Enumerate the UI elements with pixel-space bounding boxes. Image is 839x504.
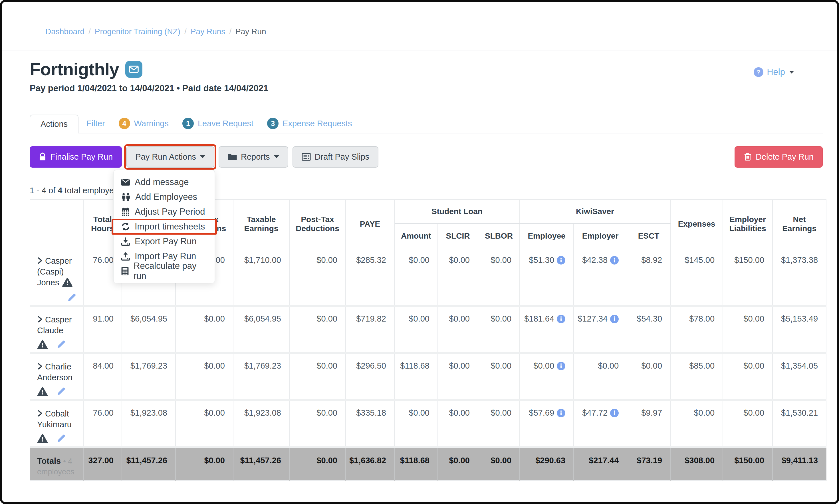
menu-item-adjust-pay-period[interactable]: Adjust Pay Period	[114, 204, 215, 219]
add-employees-icon	[121, 193, 131, 201]
menu-item-label: Adjust Pay Period	[135, 207, 205, 217]
value-cell: $1,923.08	[233, 400, 289, 447]
value-cell: $0.00	[289, 400, 346, 447]
expand-chevron-icon[interactable]	[37, 316, 43, 325]
cell-value: $6,054.95	[131, 314, 167, 323]
breadcrumb-separator: /	[184, 27, 187, 36]
help-link[interactable]: ? Help	[754, 67, 794, 77]
expand-chevron-icon[interactable]	[37, 257, 43, 266]
tab-actions[interactable]: Actions	[30, 114, 79, 133]
info-icon[interactable]	[557, 409, 565, 419]
totals-label: Totals	[37, 456, 61, 466]
info-icon[interactable]	[610, 409, 619, 419]
totals-cell: $308.00	[670, 447, 723, 480]
expand-chevron-icon[interactable]	[37, 363, 43, 372]
cell-value: $1,769.23	[131, 361, 167, 370]
cell-value: $51.30	[529, 255, 554, 265]
pay-run-actions-menu: Add message Add Employees Adjust Pay Per…	[113, 170, 215, 283]
pay-run-actions-button[interactable]: Pay Run Actions	[126, 146, 214, 168]
reports-button[interactable]: Reports	[219, 146, 288, 168]
tab-leave-request[interactable]: 1 Leave Request	[182, 114, 253, 133]
cell-value: $1,373.38	[781, 255, 818, 265]
svg-text:?: ?	[756, 69, 760, 76]
cell-value: $0.00	[743, 408, 764, 417]
info-icon[interactable]	[610, 315, 619, 325]
menu-item-label: Recalculate pay run	[134, 261, 207, 281]
warnings-count-badge: 4	[119, 118, 130, 129]
value-cell: $0.00	[520, 353, 573, 400]
value-cell: $0.00	[438, 400, 478, 447]
cell-value: $1,354.05	[781, 361, 818, 370]
value-cell: $0.00	[175, 353, 233, 400]
totals-cell: $217.44	[573, 447, 627, 480]
cell-value: $0.00	[204, 361, 225, 370]
value-cell: $0.00	[478, 400, 520, 447]
warning-icon[interactable]	[62, 277, 73, 289]
value-cell: $0.00	[175, 400, 233, 447]
expand-chevron-icon[interactable]	[37, 410, 43, 419]
tab-expense-requests[interactable]: 3 Expense Requests	[267, 114, 352, 133]
pay-period-subtitle: Pay period 1/04/2021 to 14/04/2021 • Pai…	[30, 83, 823, 93]
totals-cell: $0.00	[289, 447, 346, 480]
cell-value: $54.30	[637, 314, 662, 323]
app-window: Dashboard / Progenitor Training (NZ) / P…	[0, 0, 839, 504]
value-cell: $0.00	[573, 353, 627, 400]
group-header-student-loan: Student Loan	[394, 200, 520, 223]
chevron-down-icon	[274, 155, 279, 158]
lock-icon	[39, 152, 46, 161]
edit-pencil-icon[interactable]	[56, 433, 66, 446]
menu-item-recalculate-pay-run[interactable]: Recalculate pay run	[114, 264, 215, 278]
cell-value: $0.00	[316, 314, 337, 323]
value-cell: $335.18	[346, 400, 394, 447]
finalise-pay-run-button[interactable]: Finalise Pay Run	[30, 146, 122, 168]
value-cell: $0.00	[289, 306, 346, 353]
cell-value: $1,769.23	[244, 361, 281, 370]
cell-value: $0.00	[533, 361, 554, 370]
pay-run-actions-highlight: Pay Run Actions	[126, 146, 214, 168]
menu-item-export-pay-run[interactable]: Export Pay Run	[114, 234, 215, 249]
value-cell: $145.00	[670, 248, 723, 306]
value-cell: $0.00	[289, 248, 346, 306]
warning-icon[interactable]	[37, 386, 48, 398]
info-icon[interactable]	[557, 362, 565, 372]
breadcrumb-business[interactable]: Progenitor Training (NZ)	[95, 27, 181, 36]
cell-value: $0.00	[449, 314, 470, 323]
warning-icon[interactable]	[37, 434, 48, 445]
button-label: Finalise Pay Run	[50, 152, 113, 162]
cell-value: 76.00	[93, 408, 114, 417]
page-title: Fortnigthly	[30, 59, 119, 79]
edit-pencil-icon[interactable]	[56, 339, 66, 352]
tab-warnings[interactable]: 4 Warnings	[119, 114, 169, 133]
info-icon[interactable]	[557, 315, 565, 325]
totals-cell: $150.00	[723, 447, 772, 480]
value-cell: $9.97	[627, 400, 670, 447]
edit-pencil-icon[interactable]	[67, 292, 77, 305]
menu-item-import-timesheets[interactable]: Import timesheets	[114, 219, 215, 234]
tab-filter[interactable]: Filter	[86, 114, 105, 133]
edit-pencil-icon[interactable]	[56, 386, 66, 398]
cell-value: $0.00	[449, 408, 470, 417]
delete-pay-run-button[interactable]: Delete Pay Run	[735, 146, 823, 168]
value-cell: $78.00	[670, 306, 723, 353]
info-icon[interactable]	[557, 256, 565, 267]
value-cell: $1,769.23	[233, 353, 289, 400]
refresh-icon	[121, 222, 130, 231]
pay-slips-icon	[302, 152, 311, 161]
menu-item-add-employees[interactable]: Add Employees	[114, 190, 215, 204]
value-cell: $0.00	[723, 353, 772, 400]
menu-item-add-message[interactable]: Add message	[114, 175, 215, 190]
cell-value: $0.00	[743, 314, 764, 323]
message-envelope-icon[interactable]	[125, 61, 142, 78]
draft-pay-slips-button[interactable]: Draft Pay Slips	[292, 146, 379, 168]
cell-value: $85.00	[689, 361, 715, 370]
value-cell: $0.00	[438, 306, 478, 353]
button-label: Draft Pay Slips	[315, 152, 370, 162]
cell-value: $285.32	[356, 255, 386, 265]
column-header-ks-employee: Employee	[520, 223, 573, 248]
breadcrumb-dashboard[interactable]: Dashboard	[45, 27, 84, 36]
breadcrumb-pay-runs[interactable]: Pay Runs	[191, 27, 225, 36]
info-icon[interactable]	[610, 256, 619, 267]
warning-icon[interactable]	[37, 340, 48, 351]
column-header-employer-liabilities: Employer Liabilities	[723, 200, 772, 248]
cell-value: $335.18	[356, 408, 386, 417]
